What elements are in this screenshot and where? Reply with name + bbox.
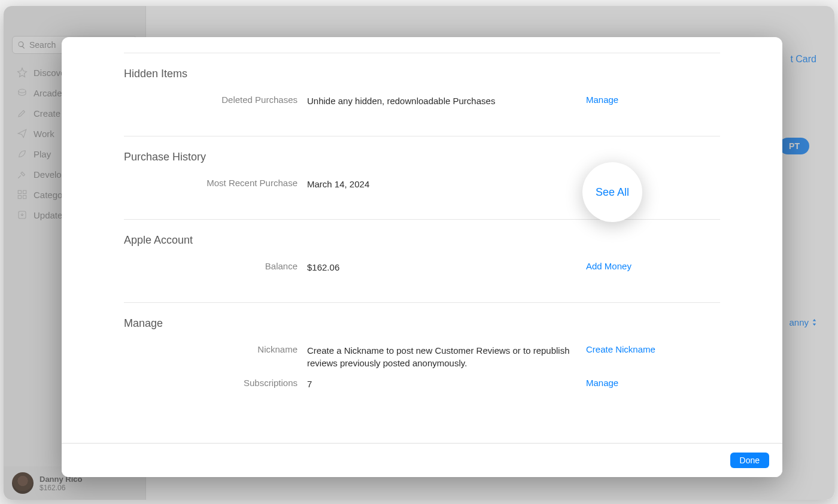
add-money-link[interactable]: Add Money xyxy=(586,261,706,271)
row-subscriptions: Subscriptions 7 Manage xyxy=(124,378,720,390)
row-value: March 14, 2024 xyxy=(307,178,576,190)
done-button[interactable]: Done xyxy=(730,453,769,468)
row-label: Nickname xyxy=(124,344,297,354)
section-title: Apple Account xyxy=(124,234,720,247)
row-nickname: Nickname Create a Nickname to post new C… xyxy=(124,344,720,369)
row-value: $162.06 xyxy=(307,261,576,274)
modal-content: Hidden Items Deleted Purchases Unhide an… xyxy=(62,37,782,443)
row-label: Subscriptions xyxy=(124,378,297,388)
create-nickname-link[interactable]: Create Nickname xyxy=(586,344,706,354)
section-title: Manage xyxy=(124,317,720,330)
modal-footer: Done xyxy=(62,443,782,477)
row-value: Create a Nickname to post new Customer R… xyxy=(307,344,576,369)
row-value: 7 xyxy=(307,378,576,390)
section-manage: Manage Nickname Create a Nickname to pos… xyxy=(124,302,720,419)
row-label: Deleted Purchases xyxy=(124,95,297,105)
manage-subscriptions-link[interactable]: Manage xyxy=(586,378,706,388)
section-title: Hidden Items xyxy=(124,68,720,80)
row-label: Balance xyxy=(124,261,297,271)
see-all-link[interactable]: See All xyxy=(596,186,629,199)
row-value: Unhide any hidden, redownloadable Purcha… xyxy=(307,95,576,107)
row-balance: Balance $162.06 Add Money xyxy=(124,261,720,274)
manage-hidden-link[interactable]: Manage xyxy=(586,95,706,105)
section-apple-account: Apple Account Balance $162.06 Add Money xyxy=(124,219,720,302)
see-all-spotlight: See All xyxy=(582,162,642,222)
app-window: Search Discover Arcade Create Work Play … xyxy=(4,6,834,500)
row-label: Most Recent Purchase xyxy=(124,178,297,188)
section-title: Purchase History xyxy=(124,151,720,163)
account-modal: Hidden Items Deleted Purchases Unhide an… xyxy=(62,37,782,477)
row-deleted-purchases: Deleted Purchases Unhide any hidden, red… xyxy=(124,95,720,107)
section-hidden-items: Hidden Items Deleted Purchases Unhide an… xyxy=(124,53,720,136)
